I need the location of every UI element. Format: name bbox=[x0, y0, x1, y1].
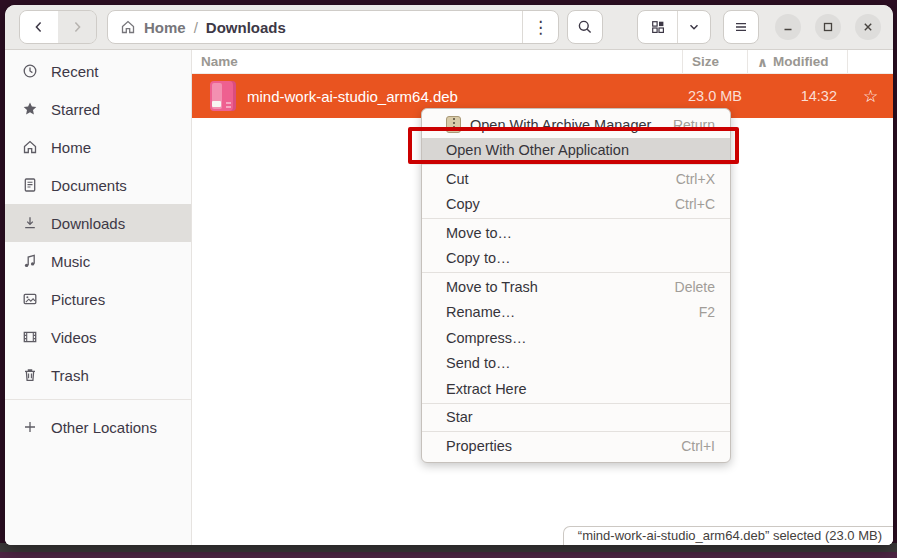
column-label: Name bbox=[201, 54, 238, 69]
sidebar-label: Downloads bbox=[51, 215, 125, 232]
breadcrumb: Home / Downloads bbox=[108, 19, 522, 36]
view-options-dropdown[interactable] bbox=[678, 11, 710, 43]
sidebar-item-videos[interactable]: Videos bbox=[5, 318, 191, 356]
view-toggle-split-button bbox=[637, 10, 711, 44]
menu-item-label: Star bbox=[446, 409, 715, 425]
menu-item-copy-to[interactable]: Copy to… bbox=[422, 246, 730, 272]
hamburger-icon bbox=[733, 19, 749, 35]
menu-item-move-to-trash[interactable]: Move to Trash Delete bbox=[422, 274, 730, 300]
back-button[interactable] bbox=[20, 11, 58, 43]
film-icon bbox=[21, 329, 38, 345]
search-icon bbox=[577, 19, 593, 35]
sidebar-item-home[interactable]: Home bbox=[5, 128, 191, 166]
sidebar-item-starred[interactable]: Starred bbox=[5, 90, 191, 128]
annotation-highlight-box bbox=[408, 127, 739, 164]
sidebar-label: Trash bbox=[51, 367, 89, 384]
star-icon bbox=[21, 101, 38, 117]
menu-item-move-to[interactable]: Move to… bbox=[422, 220, 730, 246]
column-header-star[interactable] bbox=[848, 50, 893, 73]
column-header-size[interactable]: Size bbox=[683, 50, 748, 73]
sidebar-label: Starred bbox=[51, 101, 100, 118]
menu-separator bbox=[422, 431, 730, 432]
file-size: 23.0 MB bbox=[683, 88, 748, 104]
column-label: Modified bbox=[773, 54, 829, 69]
grid-view-button[interactable] bbox=[638, 11, 678, 43]
sidebar-separator bbox=[5, 399, 191, 400]
back-icon bbox=[31, 19, 47, 35]
menu-item-star[interactable]: Star bbox=[422, 405, 730, 431]
sidebar-item-pictures[interactable]: Pictures bbox=[5, 280, 191, 318]
menu-item-label: Send to… bbox=[446, 355, 715, 371]
minimize-icon bbox=[782, 21, 794, 33]
sidebar-item-music[interactable]: Music bbox=[5, 242, 191, 280]
close-button[interactable] bbox=[855, 14, 881, 40]
path-bar: Home / Downloads ⋮ bbox=[107, 10, 559, 44]
menu-separator bbox=[422, 272, 730, 273]
menu-item-label: Copy to… bbox=[446, 250, 715, 266]
file-name: mind-work-ai-studio_arm64.deb bbox=[247, 88, 458, 105]
forward-icon bbox=[69, 19, 85, 35]
sidebar-item-trash[interactable]: Trash bbox=[5, 356, 191, 394]
maximize-button[interactable] bbox=[815, 14, 841, 40]
sidebar-label: Other Locations bbox=[51, 419, 157, 436]
sidebar-label: Home bbox=[51, 139, 91, 156]
header-bar: Home / Downloads ⋮ bbox=[5, 5, 893, 50]
menu-item-label: Move to Trash bbox=[446, 279, 675, 295]
status-text: “mind-work-ai-studio_arm64.deb” selected… bbox=[578, 528, 882, 543]
files-window: Home / Downloads ⋮ bbox=[5, 5, 893, 545]
column-header-modified[interactable]: ∧ Modified bbox=[748, 50, 848, 73]
maximize-icon bbox=[822, 21, 834, 33]
path-options-button[interactable]: ⋮ bbox=[522, 11, 558, 43]
sidebar-label: Pictures bbox=[51, 291, 105, 308]
menu-item-copy[interactable]: Copy Ctrl+C bbox=[422, 192, 730, 218]
picture-icon bbox=[21, 291, 38, 307]
sidebar-label: Recent bbox=[51, 63, 99, 80]
menu-item-cut[interactable]: Cut Ctrl+X bbox=[422, 166, 730, 192]
menu-item-shortcut: F2 bbox=[699, 304, 715, 320]
close-icon bbox=[862, 21, 874, 33]
menu-item-properties[interactable]: Properties Ctrl+I bbox=[422, 433, 730, 459]
menu-item-label: Rename… bbox=[446, 304, 699, 320]
column-header-name[interactable]: Name bbox=[192, 50, 683, 73]
menu-item-send-to[interactable]: Send to… bbox=[422, 351, 730, 377]
home-icon bbox=[120, 19, 136, 35]
menu-item-shortcut: Ctrl+I bbox=[681, 438, 715, 454]
sidebar-item-downloads[interactable]: Downloads bbox=[5, 204, 191, 242]
navigation-buttons bbox=[19, 10, 97, 44]
breadcrumb-root[interactable]: Home bbox=[144, 19, 186, 36]
status-bar: “mind-work-ai-studio_arm64.deb” selected… bbox=[563, 526, 893, 545]
document-icon bbox=[21, 177, 38, 193]
menu-item-shortcut: Delete bbox=[675, 279, 715, 295]
sidebar-label: Videos bbox=[51, 329, 97, 346]
breadcrumb-current[interactable]: Downloads bbox=[206, 19, 286, 36]
forward-button[interactable] bbox=[58, 11, 96, 43]
menu-item-label: Copy bbox=[446, 196, 675, 212]
menu-item-label: Properties bbox=[446, 438, 681, 454]
star-toggle-icon[interactable]: ☆ bbox=[848, 86, 893, 107]
column-label: Size bbox=[692, 54, 719, 69]
search-button[interactable] bbox=[567, 10, 603, 44]
file-name-cell: mind-work-ai-studio_arm64.deb bbox=[192, 81, 683, 111]
minimize-button[interactable] bbox=[775, 14, 801, 40]
menu-item-extract-here[interactable]: Extract Here bbox=[422, 376, 730, 402]
sidebar-item-recent[interactable]: Recent bbox=[5, 52, 191, 90]
deb-package-icon bbox=[210, 81, 236, 111]
sidebar-item-other-locations[interactable]: Other Locations bbox=[5, 408, 191, 446]
sidebar-label: Documents bbox=[51, 177, 127, 194]
sidebar-item-documents[interactable]: Documents bbox=[5, 166, 191, 204]
trash-icon bbox=[21, 367, 38, 383]
chevron-down-icon bbox=[687, 20, 701, 34]
menu-item-rename[interactable]: Rename… F2 bbox=[422, 300, 730, 326]
menu-separator bbox=[422, 403, 730, 404]
menu-item-label: Extract Here bbox=[446, 381, 715, 397]
clock-icon bbox=[21, 63, 38, 79]
window-controls bbox=[775, 14, 881, 40]
plus-icon bbox=[21, 419, 38, 435]
menu-item-compress[interactable]: Compress… bbox=[422, 325, 730, 351]
menu-item-shortcut: Ctrl+X bbox=[676, 171, 715, 187]
breadcrumb-separator: / bbox=[194, 19, 198, 36]
list-header: Name Size ∧ Modified bbox=[192, 50, 893, 74]
hamburger-menu-button[interactable] bbox=[723, 10, 759, 44]
desktop-background bbox=[0, 552, 897, 558]
menu-separator bbox=[422, 164, 730, 165]
